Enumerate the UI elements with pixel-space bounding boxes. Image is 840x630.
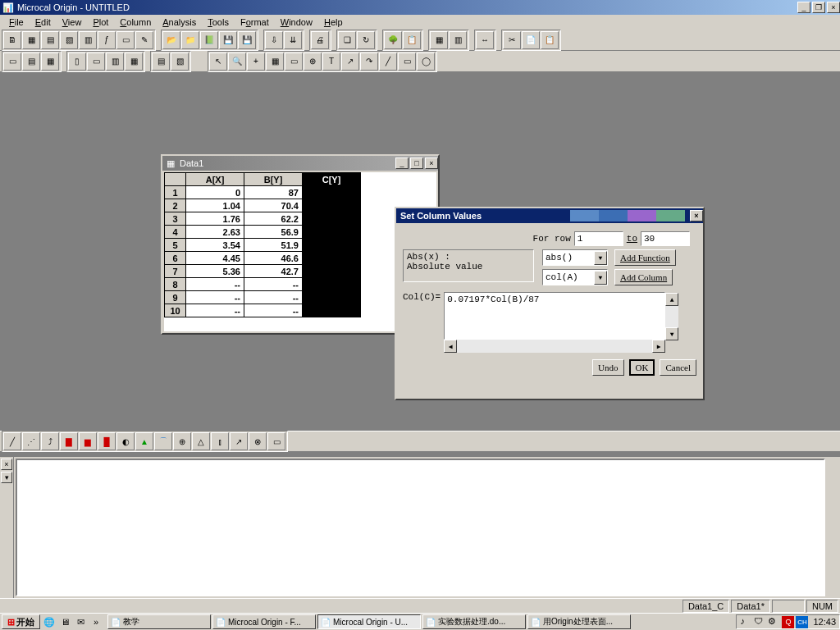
- row-header[interactable]: 4: [165, 226, 186, 239]
- col-header-b[interactable]: B[Y]: [244, 173, 303, 186]
- cut-button[interactable]: ✂: [503, 31, 521, 49]
- column-plot-button[interactable]: ▇: [60, 432, 78, 450]
- polar-plot-button[interactable]: ⊕: [173, 432, 191, 450]
- data-selector-tool[interactable]: ▭: [285, 52, 303, 71]
- clock[interactable]: 12:43: [813, 617, 836, 627]
- cell[interactable]: --: [244, 291, 303, 304]
- view-button-1[interactable]: ▭: [3, 52, 21, 71]
- cell[interactable]: [303, 265, 361, 278]
- row-header[interactable]: 1: [165, 186, 186, 199]
- add-column-button[interactable]: Add Column: [614, 269, 673, 285]
- desktop-icon[interactable]: 🖥: [57, 614, 72, 629]
- child-close-button[interactable]: ×: [425, 158, 438, 169]
- cell[interactable]: 62.2: [244, 212, 303, 226]
- scroll-up-icon[interactable]: ▲: [665, 293, 678, 306]
- col-header-a[interactable]: A[X]: [186, 173, 244, 186]
- line-tool[interactable]: ╱: [379, 52, 397, 71]
- cell[interactable]: [303, 278, 361, 291]
- new-project-button[interactable]: 🗎: [3, 31, 21, 49]
- menu-column[interactable]: Column: [114, 16, 157, 28]
- cell[interactable]: [303, 291, 361, 304]
- results-vscroll[interactable]: [827, 457, 840, 598]
- layout-button-6[interactable]: ▧: [171, 52, 189, 71]
- to-row-input[interactable]: [641, 231, 690, 246]
- cell[interactable]: 2.63: [186, 226, 244, 239]
- pane-close-button[interactable]: ×: [1, 459, 12, 470]
- menu-edit[interactable]: Edit: [30, 16, 57, 28]
- scroll-right-icon[interactable]: ▶: [652, 340, 665, 353]
- new-matrix-button[interactable]: ▥: [79, 31, 97, 49]
- view-button-3[interactable]: ▦: [41, 52, 59, 71]
- row-header[interactable]: 3: [165, 212, 186, 226]
- text-tool[interactable]: T: [322, 52, 340, 71]
- cell[interactable]: [303, 186, 361, 199]
- import-ascii-button[interactable]: ⇩: [265, 31, 283, 49]
- formula-input[interactable]: 0.07197*Col(B)/87 ▲ ▼: [444, 292, 665, 340]
- layout-button-1[interactable]: ▯: [68, 52, 86, 71]
- layout-button-3[interactable]: ▥: [106, 52, 124, 71]
- cell[interactable]: --: [244, 304, 303, 317]
- cell[interactable]: 4.45: [186, 252, 244, 265]
- row-header[interactable]: 2: [165, 199, 186, 212]
- save-template-button[interactable]: 💾: [238, 31, 256, 49]
- col-header-c[interactable]: C[Y]: [303, 173, 361, 186]
- row-header[interactable]: 5: [165, 239, 186, 252]
- tray-icon-2[interactable]: 🛡: [754, 616, 766, 628]
- cell[interactable]: [303, 226, 361, 239]
- row-header[interactable]: 6: [165, 252, 186, 265]
- vector-plot-button[interactable]: ↗: [230, 432, 248, 450]
- cell[interactable]: [303, 304, 361, 317]
- cell[interactable]: 5.36: [186, 265, 244, 278]
- menu-analysis[interactable]: Analysis: [157, 16, 202, 28]
- row-header[interactable]: 9: [165, 291, 186, 304]
- pie-plot-button[interactable]: ◐: [116, 432, 135, 450]
- pane-pin-button[interactable]: ▾: [1, 472, 12, 483]
- smith-plot-button[interactable]: ⊗: [249, 432, 267, 450]
- refresh-button[interactable]: ↻: [357, 31, 375, 49]
- data-reader-tool[interactable]: ⊕: [304, 52, 322, 71]
- ime-icon[interactable]: CH: [796, 616, 808, 628]
- dialog-close-button[interactable]: ×: [690, 210, 703, 221]
- cell[interactable]: [303, 199, 361, 212]
- undo-button[interactable]: Undo: [592, 359, 623, 376]
- new-notes-button[interactable]: ✎: [135, 31, 153, 49]
- row-header[interactable]: 7: [165, 265, 186, 278]
- fill-area-button[interactable]: ⌒: [154, 432, 172, 450]
- new-function-button[interactable]: ƒ: [98, 31, 116, 49]
- add-function-button[interactable]: Add Function: [614, 249, 676, 266]
- menu-help[interactable]: Help: [318, 16, 349, 28]
- layout-button-2[interactable]: ▭: [87, 52, 105, 71]
- menu-plot[interactable]: Plot: [87, 16, 114, 28]
- scroll-down-icon[interactable]: ▼: [665, 327, 678, 340]
- duplicate-button[interactable]: ❏: [338, 31, 356, 49]
- cell[interactable]: 70.4: [244, 199, 303, 212]
- tray-icon-1[interactable]: ♪: [740, 616, 752, 628]
- formula-vscroll[interactable]: ▲ ▼: [665, 293, 678, 340]
- ternary-plot-button[interactable]: △: [192, 432, 210, 450]
- cell[interactable]: 1.76: [186, 212, 244, 226]
- tray-icon-3[interactable]: ⚙: [768, 616, 780, 628]
- dialog-titlebar[interactable]: Set Column Values ×: [396, 208, 703, 223]
- results-log-content[interactable]: [16, 459, 825, 596]
- cell[interactable]: [303, 239, 361, 252]
- menu-window[interactable]: Window: [275, 16, 318, 28]
- cell[interactable]: 51.9: [244, 239, 303, 252]
- cell[interactable]: 1.04: [186, 199, 244, 212]
- cell[interactable]: --: [244, 278, 303, 291]
- arrow-tool[interactable]: ↗: [341, 52, 359, 71]
- ok-button[interactable]: OK: [629, 359, 655, 376]
- cell[interactable]: 0: [186, 186, 244, 199]
- cell[interactable]: --: [186, 291, 244, 304]
- reader-tool[interactable]: +: [247, 52, 265, 71]
- copy-button[interactable]: 📄: [522, 31, 540, 49]
- taskbar-task[interactable]: 📄用Origin处理表面...: [527, 614, 631, 629]
- taskbar-task[interactable]: 📄教学: [107, 614, 211, 629]
- menu-tools[interactable]: Tools: [202, 16, 235, 28]
- screen-reader-tool[interactable]: ▦: [266, 52, 284, 71]
- taskbar-task[interactable]: 📄Microcal Origin - F...: [212, 614, 316, 629]
- new-graph-button[interactable]: ▧: [60, 31, 78, 49]
- pointer-tool[interactable]: ↖: [209, 52, 227, 71]
- child-maximize-button[interactable]: □: [410, 158, 423, 169]
- data-window-titlebar[interactable]: ▦ Data1 _ □ ×: [162, 156, 438, 171]
- rescale-button[interactable]: ↔: [476, 31, 494, 49]
